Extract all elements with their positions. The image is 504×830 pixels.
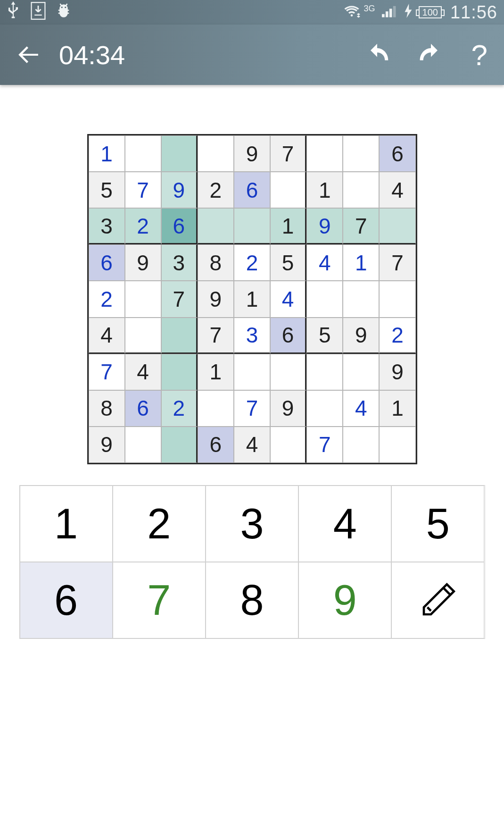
sudoku-cell-r4-c2[interactable]: 7 — [161, 281, 198, 317]
sudoku-cell-r1-c5[interactable] — [270, 172, 306, 208]
sudoku-cell-r1-c8[interactable]: 4 — [379, 172, 415, 208]
sudoku-cell-r4-c1[interactable] — [125, 281, 161, 317]
sudoku-cell-r8-c4[interactable]: 4 — [234, 427, 270, 463]
sudoku-cell-r1-c1[interactable]: 7 — [125, 172, 161, 208]
sudoku-cell-r7-c3[interactable] — [198, 390, 234, 427]
sudoku-cell-r8-c8[interactable] — [379, 427, 415, 463]
sudoku-cell-r1-c4[interactable]: 6 — [234, 172, 270, 208]
sudoku-cell-r4-c8[interactable] — [379, 281, 415, 317]
sudoku-cell-r7-c8[interactable]: 1 — [379, 390, 415, 427]
sudoku-cell-r5-c3[interactable]: 7 — [198, 318, 234, 354]
sudoku-cell-r2-c1[interactable]: 2 — [125, 208, 161, 244]
sudoku-cell-r5-c2[interactable] — [161, 318, 198, 354]
sudoku-cell-r8-c7[interactable] — [343, 427, 379, 463]
sudoku-cell-r0-c4[interactable]: 9 — [234, 135, 270, 172]
sudoku-cell-r3-c4[interactable]: 2 — [234, 244, 270, 281]
sudoku-cell-r6-c3[interactable]: 1 — [198, 354, 234, 390]
pencil-icon — [417, 579, 459, 621]
sudoku-cell-r5-c7[interactable]: 9 — [343, 318, 379, 354]
numpad-6[interactable]: 6 — [20, 562, 113, 638]
sudoku-cell-r3-c1[interactable]: 9 — [125, 244, 161, 281]
sudoku-cell-r7-c0[interactable]: 8 — [89, 390, 125, 427]
sudoku-cell-r7-c2[interactable]: 2 — [161, 390, 198, 427]
numpad-8[interactable]: 8 — [206, 562, 298, 638]
sudoku-cell-r7-c4[interactable]: 7 — [234, 390, 270, 427]
sudoku-cell-r0-c5[interactable]: 7 — [270, 135, 306, 172]
sudoku-cell-r2-c6[interactable]: 9 — [306, 208, 343, 244]
numpad-9[interactable]: 9 — [298, 562, 391, 638]
sudoku-cell-r6-c0[interactable]: 7 — [89, 354, 125, 390]
sudoku-cell-r3-c0[interactable]: 6 — [89, 244, 125, 281]
sudoku-cell-r1-c3[interactable]: 2 — [198, 172, 234, 208]
sudoku-cell-r0-c3[interactable] — [198, 135, 234, 172]
sudoku-cell-r6-c5[interactable] — [270, 354, 306, 390]
sudoku-cell-r7-c6[interactable] — [306, 390, 343, 427]
sudoku-cell-r2-c5[interactable]: 1 — [270, 208, 306, 244]
sudoku-cell-r1-c2[interactable]: 9 — [161, 172, 198, 208]
sudoku-cell-r7-c7[interactable]: 4 — [343, 390, 379, 427]
sudoku-cell-r7-c1[interactable]: 6 — [125, 390, 161, 427]
sudoku-cell-r6-c7[interactable] — [343, 354, 379, 390]
sudoku-cell-r5-c1[interactable] — [125, 318, 161, 354]
sudoku-cell-r0-c6[interactable] — [306, 135, 343, 172]
android-status-bar: 3G 100 11:56 — [0, 0, 504, 25]
sudoku-cell-r0-c7[interactable] — [343, 135, 379, 172]
sudoku-cell-r4-c4[interactable]: 1 — [234, 281, 270, 317]
sudoku-cell-r0-c2[interactable] — [161, 135, 198, 172]
status-clock: 11:56 — [450, 2, 497, 23]
sudoku-cell-r4-c6[interactable] — [306, 281, 343, 317]
sudoku-cell-r1-c0[interactable]: 5 — [89, 172, 125, 208]
sudoku-cell-r2-c7[interactable]: 7 — [343, 208, 379, 244]
sudoku-cell-r6-c6[interactable] — [306, 354, 343, 390]
sudoku-cell-r4-c7[interactable] — [343, 281, 379, 317]
sudoku-cell-r6-c8[interactable]: 9 — [379, 354, 415, 390]
sudoku-cell-r8-c5[interactable] — [270, 427, 306, 463]
sudoku-cell-r8-c3[interactable]: 6 — [198, 427, 234, 463]
sudoku-cell-r7-c5[interactable]: 9 — [270, 390, 306, 427]
sudoku-cell-r8-c0[interactable]: 9 — [89, 427, 125, 463]
numpad-1[interactable]: 1 — [20, 486, 113, 562]
redo-button[interactable] — [418, 42, 444, 68]
sudoku-cell-r0-c1[interactable] — [125, 135, 161, 172]
sudoku-cell-r0-c8[interactable]: 6 — [379, 135, 415, 172]
sudoku-cell-r3-c2[interactable]: 3 — [161, 244, 198, 281]
svg-point-3 — [65, 6, 66, 8]
sudoku-cell-r4-c3[interactable]: 9 — [198, 281, 234, 317]
sudoku-cell-r2-c8[interactable] — [379, 208, 415, 244]
sudoku-cell-r5-c0[interactable]: 4 — [89, 318, 125, 354]
board-area: 1976579261432619769382541727914473659274… — [0, 85, 504, 464]
undo-button[interactable] — [364, 42, 390, 68]
sudoku-cell-r3-c6[interactable]: 4 — [306, 244, 343, 281]
sudoku-cell-r6-c2[interactable] — [161, 354, 198, 390]
sudoku-cell-r0-c0[interactable]: 1 — [89, 135, 125, 172]
sudoku-cell-r1-c7[interactable] — [343, 172, 379, 208]
back-button[interactable] — [17, 43, 40, 67]
sudoku-cell-r6-c1[interactable]: 4 — [125, 354, 161, 390]
sudoku-cell-r2-c4[interactable] — [234, 208, 270, 244]
sudoku-cell-r5-c8[interactable]: 2 — [379, 318, 415, 354]
sudoku-cell-r2-c2[interactable]: 6 — [161, 208, 198, 244]
sudoku-cell-r3-c5[interactable]: 5 — [270, 244, 306, 281]
numpad-7[interactable]: 7 — [113, 562, 206, 638]
help-button[interactable]: ? — [471, 38, 487, 72]
sudoku-cell-r2-c3[interactable] — [198, 208, 234, 244]
sudoku-cell-r8-c1[interactable] — [125, 427, 161, 463]
sudoku-cell-r3-c7[interactable]: 1 — [343, 244, 379, 281]
sudoku-cell-r3-c8[interactable]: 7 — [379, 244, 415, 281]
sudoku-cell-r2-c0[interactable]: 3 — [89, 208, 125, 244]
sudoku-cell-r5-c4[interactable]: 3 — [234, 318, 270, 354]
sudoku-cell-r1-c6[interactable]: 1 — [306, 172, 343, 208]
sudoku-cell-r8-c6[interactable]: 7 — [306, 427, 343, 463]
numpad-5[interactable]: 5 — [391, 486, 484, 562]
sudoku-cell-r5-c5[interactable]: 6 — [270, 318, 306, 354]
numpad-4[interactable]: 4 — [298, 486, 391, 562]
numpad-2[interactable]: 2 — [113, 486, 206, 562]
sudoku-cell-r8-c2[interactable] — [161, 427, 198, 463]
sudoku-cell-r3-c3[interactable]: 8 — [198, 244, 234, 281]
sudoku-cell-r6-c4[interactable] — [234, 354, 270, 390]
numpad-3[interactable]: 3 — [206, 486, 298, 562]
sudoku-cell-r5-c6[interactable]: 5 — [306, 318, 343, 354]
pencil-mode-button[interactable] — [391, 562, 484, 638]
sudoku-cell-r4-c0[interactable]: 2 — [89, 281, 125, 317]
sudoku-cell-r4-c5[interactable]: 4 — [270, 281, 306, 317]
